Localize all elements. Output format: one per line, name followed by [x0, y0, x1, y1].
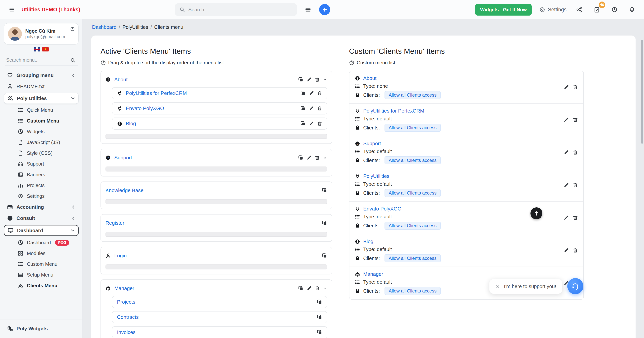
- duplicate-icon[interactable]: [298, 286, 304, 291]
- clients-access-button[interactable]: Allow all Clients access: [384, 254, 441, 262]
- notifications-button[interactable]: [627, 5, 637, 15]
- flag-uk-icon[interactable]: [34, 47, 40, 52]
- sidebar-item-custom-menu[interactable]: Custom Menu: [4, 115, 79, 126]
- edit-icon[interactable]: [564, 248, 569, 253]
- sidebar-item-projects[interactable]: Projects: [4, 180, 79, 191]
- quick-menu-button[interactable]: [303, 5, 313, 15]
- delete-icon[interactable]: [315, 286, 320, 291]
- sidebar-item-poly-utilities[interactable]: Poly Utilities: [4, 93, 79, 104]
- custom-item-link[interactable]: Support: [363, 140, 381, 146]
- edit-icon[interactable]: [564, 150, 569, 155]
- menu-item-link[interactable]: PolyUtilities for PerfexCRM: [126, 90, 187, 96]
- delete-icon[interactable]: [573, 248, 578, 253]
- page-scrollbar[interactable]: [641, 40, 643, 144]
- custom-item-link[interactable]: About: [363, 75, 376, 81]
- settings-link[interactable]: Settings: [539, 7, 566, 13]
- duplicate-icon[interactable]: [300, 91, 306, 96]
- edit-icon[interactable]: [306, 77, 312, 82]
- close-icon[interactable]: [496, 284, 500, 289]
- clients-access-button[interactable]: Allow all Clients access: [384, 222, 441, 230]
- add-button[interactable]: [319, 4, 330, 15]
- edit-icon[interactable]: [564, 117, 569, 122]
- duplicate-icon[interactable]: [322, 253, 327, 258]
- duplicate-icon[interactable]: [322, 221, 327, 226]
- duplicate-icon[interactable]: [317, 314, 322, 320]
- menu-subitem[interactable]: Blog: [112, 117, 327, 130]
- sidebar-item-dashboard[interactable]: Dashboard: [4, 225, 79, 236]
- duplicate-icon[interactable]: [317, 330, 322, 335]
- sidebar-item-javascript[interactable]: JavaScript (JS): [4, 137, 79, 148]
- menu-group-header[interactable]: Manager: [106, 284, 327, 293]
- delete-icon[interactable]: [317, 91, 322, 96]
- sidebar-item-poly-widgets[interactable]: Poly Widgets: [4, 323, 79, 334]
- scroll-to-top-button[interactable]: [530, 207, 542, 219]
- edit-icon[interactable]: [306, 155, 312, 160]
- sidebar-item-custom-menu-2[interactable]: Custom Menu: [4, 259, 79, 269]
- sidebar-item-settings[interactable]: Settings: [4, 191, 79, 202]
- menu-subitem[interactable]: PolyUtilities for PerfexCRM: [112, 87, 327, 99]
- duplicate-icon[interactable]: [317, 299, 322, 305]
- delete-icon[interactable]: [573, 117, 578, 122]
- widgets-cta-button[interactable]: Widgets - Get It Now: [475, 4, 532, 16]
- sidebar-item-clients-menu[interactable]: Clients Menu: [4, 280, 79, 291]
- menu-search[interactable]: [4, 55, 78, 66]
- sidebar-item-support[interactable]: Support: [4, 158, 79, 169]
- sidebar-item-modules[interactable]: Modules: [4, 248, 79, 259]
- edit-icon[interactable]: [309, 91, 314, 96]
- brand-link[interactable]: Utilities DEMO (Thanks): [22, 7, 80, 13]
- chat-teaser[interactable]: I'm here to support you!: [490, 279, 562, 294]
- duplicate-icon[interactable]: [322, 188, 327, 193]
- chat-launcher-button[interactable]: [567, 278, 584, 294]
- edit-icon[interactable]: [309, 106, 314, 111]
- clients-access-button[interactable]: Allow all Clients access: [384, 287, 441, 295]
- clients-access-button[interactable]: Allow all Clients access: [384, 91, 441, 99]
- edit-icon[interactable]: [564, 183, 569, 188]
- history-button[interactable]: [610, 5, 620, 15]
- sidebar-item-widgets[interactable]: Widgets: [4, 126, 79, 137]
- sidebar-item-readme[interactable]: README.txt: [4, 81, 79, 92]
- menu-item-link[interactable]: Login: [114, 253, 127, 259]
- menu-item-link[interactable]: Blog: [126, 121, 136, 126]
- menu-item-link[interactable]: Knowledge Base: [106, 188, 144, 193]
- sidebar-item-accounting[interactable]: Accounting: [4, 202, 79, 213]
- sidebar-toggle-button[interactable]: [7, 5, 17, 15]
- flag-vn-icon[interactable]: ★: [42, 47, 49, 52]
- global-search-input[interactable]: [188, 7, 292, 13]
- menu-group-header[interactable]: Register: [106, 218, 327, 228]
- caret-up-icon[interactable]: [323, 155, 327, 160]
- custom-item-link[interactable]: Envato PolyXGO: [363, 206, 402, 212]
- custom-item-link[interactable]: Manager: [363, 271, 383, 277]
- menu-item-link[interactable]: Register: [106, 220, 124, 226]
- menu-group-header[interactable]: Knowledge Base: [106, 186, 327, 195]
- menu-item-link[interactable]: Projects: [117, 299, 135, 305]
- sidebar-item-grouping-menu[interactable]: Grouping menu: [4, 70, 79, 81]
- global-search[interactable]: [175, 3, 297, 16]
- clients-access-button[interactable]: Allow all Clients access: [384, 156, 441, 164]
- sidebar-item-banners[interactable]: Banners: [4, 169, 79, 180]
- delete-icon[interactable]: [315, 155, 320, 160]
- delete-icon[interactable]: [573, 215, 578, 221]
- menu-subitem[interactable]: Contracts: [112, 311, 327, 323]
- delete-icon[interactable]: [573, 150, 578, 155]
- tasks-button[interactable]: 46: [592, 5, 602, 15]
- edit-icon[interactable]: [564, 215, 569, 221]
- menu-group-header[interactable]: About: [106, 75, 327, 84]
- edit-icon[interactable]: [564, 85, 569, 90]
- menu-item-link[interactable]: About: [114, 77, 128, 83]
- menu-search-input[interactable]: [4, 55, 78, 66]
- logout-button[interactable]: [70, 26, 75, 32]
- menu-subitem[interactable]: Projects: [112, 296, 327, 308]
- duplicate-icon[interactable]: [300, 106, 306, 111]
- edit-icon[interactable]: [309, 121, 314, 126]
- sidebar-item-consult[interactable]: Consult: [4, 213, 79, 224]
- sidebar-item-dashboard-sub[interactable]: Dashboard PXG: [4, 237, 79, 248]
- caret-down-icon[interactable]: [323, 286, 327, 290]
- duplicate-icon[interactable]: [298, 155, 304, 160]
- edit-icon[interactable]: [306, 286, 312, 291]
- menu-subitem[interactable]: Envato PolyXGO: [112, 102, 327, 114]
- clients-access-button[interactable]: Allow all Clients access: [384, 189, 441, 197]
- menu-item-link[interactable]: Envato PolyXGO: [126, 105, 164, 111]
- delete-icon[interactable]: [315, 77, 320, 82]
- duplicate-icon[interactable]: [298, 77, 304, 82]
- caret-down-icon[interactable]: [323, 77, 327, 82]
